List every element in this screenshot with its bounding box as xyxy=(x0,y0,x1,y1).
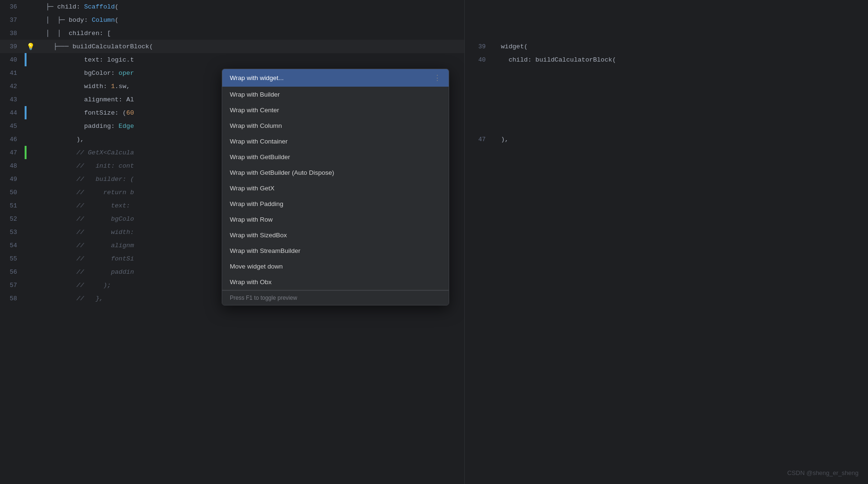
watermark-text: CSDN @sheng_er_sheng xyxy=(787,469,859,476)
menu-item-label-wrap-builder: Wrap with Builder xyxy=(230,91,441,98)
menu-item-wrap-obx[interactable]: Wrap with Obx xyxy=(222,274,449,290)
line-num-37: 37 xyxy=(0,17,25,24)
line-num-43: 43 xyxy=(0,96,25,103)
left-panel: 36 ├─ child: Scaffold( 37 │ ├─ body: Col… xyxy=(0,0,464,484)
menu-item-label-wrap-column: Wrap with Column xyxy=(230,122,441,129)
line-content-40: text: logic.t xyxy=(25,56,464,63)
code-line-39: 39 💡 ├─── buildCalculatorBlock( xyxy=(0,40,464,53)
menu-item-wrap-center[interactable]: Wrap with Center xyxy=(222,102,449,118)
line-num-47: 47 xyxy=(0,149,25,156)
right-spacer xyxy=(474,0,868,40)
line-num-48: 48 xyxy=(0,162,25,170)
line-num-58: 58 xyxy=(0,295,25,302)
line-num-39: 39 xyxy=(0,43,25,50)
right-line-content-47: ), xyxy=(493,136,508,143)
line-content-36: ├─ child: Scaffold( xyxy=(25,3,464,10)
right-line-40: 40 child: buildCalculatorBlock( xyxy=(474,53,868,66)
menu-item-label-wrap-center: Wrap with Center xyxy=(230,107,441,114)
menu-item-wrap-row[interactable]: Wrap with Row xyxy=(222,212,449,227)
menu-footer-text: Press F1 to toggle preview xyxy=(230,295,297,301)
menu-item-wrap-builder[interactable]: Wrap with Builder xyxy=(222,87,449,102)
menu-item-wrap-sizedbox[interactable]: Wrap with SizedBox xyxy=(222,227,449,243)
menu-item-wrap-getbuilder-auto[interactable]: Wrap with GetBuilder (Auto Dispose) xyxy=(222,165,449,180)
menu-item-wrap-widget[interactable]: Wrap with widget... ⋮ xyxy=(222,69,449,87)
line-num-53: 53 xyxy=(0,229,25,236)
menu-item-move-widget-down[interactable]: Move widget down xyxy=(222,259,449,274)
line-num-44: 44 xyxy=(0,109,25,117)
line-num-36: 36 xyxy=(0,3,25,10)
line-num-38: 38 xyxy=(0,30,25,37)
menu-item-label-wrap-getbuilder-auto: Wrap with GetBuilder (Auto Dispose) xyxy=(230,169,441,176)
code-line-38: 38 │ │ children: [ xyxy=(0,27,464,40)
line-num-45: 45 xyxy=(0,123,25,130)
bulb-icon[interactable]: 💡 xyxy=(27,43,35,51)
menu-item-label-wrap-sizedbox: Wrap with SizedBox xyxy=(230,232,441,239)
menu-item-wrap-column[interactable]: Wrap with Column xyxy=(222,118,449,134)
menu-item-label-wrap-padding: Wrap with Padding xyxy=(230,200,441,207)
menu-item-wrap-getbuilder[interactable]: Wrap with GetBuilder xyxy=(222,149,449,165)
menu-item-wrap-getx[interactable]: Wrap with GetX xyxy=(222,180,449,196)
line-num-40: 40 xyxy=(0,56,25,63)
code-line-37: 37 │ ├─ body: Column( xyxy=(0,13,464,27)
line-indicator-40 xyxy=(25,53,27,66)
menu-item-label-wrap-getx: Wrap with GetX xyxy=(230,185,441,192)
line-content-37: │ ├─ body: Column( xyxy=(25,17,464,24)
right-line-39: 39 widget( xyxy=(474,40,868,53)
menu-item-icon-wrap-widget: ⋮ xyxy=(434,73,441,82)
context-menu[interactable]: Wrap with widget... ⋮ Wrap with Builder … xyxy=(222,69,449,305)
right-line-content-39: widget( xyxy=(493,43,528,50)
code-line-40: 40 text: logic.t xyxy=(0,53,464,66)
menu-item-label-wrap-widget: Wrap with widget... xyxy=(230,74,434,81)
menu-item-label-wrap-streambuilder: Wrap with StreamBuilder xyxy=(230,247,441,254)
menu-footer: Press F1 to toggle preview xyxy=(222,290,449,305)
right-line-47: 47 ), xyxy=(474,133,868,146)
code-line-36: 36 ├─ child: Scaffold( xyxy=(0,0,464,13)
menu-item-wrap-container[interactable]: Wrap with Container xyxy=(222,134,449,149)
line-num-41: 41 xyxy=(0,70,25,77)
line-num-55: 55 xyxy=(0,255,25,262)
menu-item-label-wrap-container: Wrap with Container xyxy=(230,138,441,145)
line-num-52: 52 xyxy=(0,215,25,223)
menu-item-wrap-padding[interactable]: Wrap with Padding xyxy=(222,196,449,212)
line-num-46: 46 xyxy=(0,136,25,143)
right-spacer-2 xyxy=(474,66,868,133)
line-num-42: 42 xyxy=(0,83,25,90)
menu-item-label-wrap-obx: Wrap with Obx xyxy=(230,278,441,286)
menu-item-wrap-streambuilder[interactable]: Wrap with StreamBuilder xyxy=(222,243,449,259)
right-line-content-40: child: buildCalculatorBlock( xyxy=(493,56,616,63)
editor-container: 36 ├─ child: Scaffold( 37 │ ├─ body: Col… xyxy=(0,0,868,484)
right-panel: 39 widget( 40 child: buildCalculatorBloc… xyxy=(464,0,868,484)
right-line-num-40: 40 xyxy=(474,56,493,63)
right-line-num-47: 47 xyxy=(474,136,493,143)
menu-item-label-wrap-row: Wrap with Row xyxy=(230,216,441,223)
line-num-49: 49 xyxy=(0,176,25,183)
line-indicator-44 xyxy=(25,106,27,119)
watermark: CSDN @sheng_er_sheng xyxy=(787,469,859,476)
line-num-50: 50 xyxy=(0,189,25,196)
line-num-54: 54 xyxy=(0,242,25,249)
menu-item-label-move-widget-down: Move widget down xyxy=(230,263,441,270)
line-content-39: ├─── buildCalculatorBlock( xyxy=(25,43,464,50)
line-num-51: 51 xyxy=(0,202,25,209)
right-line-num-39: 39 xyxy=(474,43,493,50)
code-area-right: 39 widget( 40 child: buildCalculatorBloc… xyxy=(474,0,868,146)
line-content-38: │ │ children: [ xyxy=(25,30,464,37)
line-indicator-47 xyxy=(25,146,27,159)
line-num-56: 56 xyxy=(0,269,25,276)
menu-item-label-wrap-getbuilder: Wrap with GetBuilder xyxy=(230,153,441,161)
line-num-57: 57 xyxy=(0,282,25,289)
